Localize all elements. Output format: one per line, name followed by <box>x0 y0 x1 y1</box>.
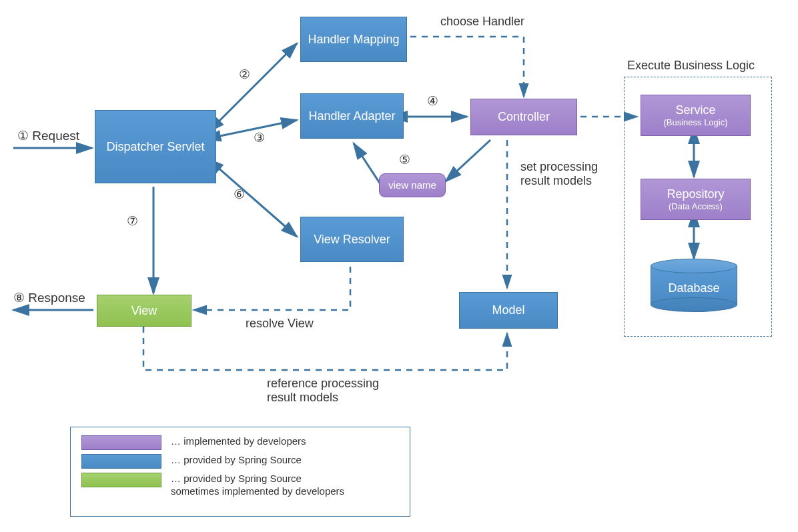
controller-label: Controller <box>498 109 550 125</box>
model-label: Model <box>492 303 524 318</box>
database-label: Database <box>651 281 737 295</box>
repository-label: Repository <box>667 187 724 202</box>
step-1: ① Request <box>17 128 79 143</box>
legend-row-purple: … implemented by developers <box>81 435 399 450</box>
handler-mapping-box: Handler Mapping <box>300 17 407 62</box>
dispatcher-servlet-box: Dispatcher Servlet <box>95 110 216 183</box>
legend-text-purple: … implemented by developers <box>171 435 306 448</box>
controller-box: Controller <box>470 99 577 135</box>
step-8: ⑧ Response <box>13 290 85 305</box>
set-models-label: set processing result models <box>520 160 598 188</box>
svg-line-1 <box>217 43 297 123</box>
ref-models-label: reference processing result models <box>267 377 379 405</box>
handler-adapter-box: Handler Adapter <box>300 93 404 139</box>
database-cylinder: Database <box>651 259 737 312</box>
view-box: View <box>97 295 191 327</box>
view-name-label: view name <box>388 179 436 192</box>
legend-swatch-green <box>81 473 161 487</box>
legend-row-blue: … provided by Spring Source <box>81 454 399 469</box>
service-box: Service (Business Logic) <box>641 95 751 136</box>
step-7: ⑦ <box>127 213 138 229</box>
view-resolver-box: View Resolver <box>300 217 404 262</box>
service-sublabel: (Business Logic) <box>663 117 727 128</box>
model-box: Model <box>459 292 558 329</box>
legend-text-blue: … provided by Spring Source <box>171 454 302 467</box>
svg-line-4 <box>446 140 490 181</box>
legend-swatch-blue <box>81 454 161 469</box>
repository-box: Repository (Data Access) <box>641 179 751 220</box>
view-name-box: view name <box>379 173 446 197</box>
step-4: ④ <box>427 93 438 109</box>
resolve-view-label: resolve View <box>246 317 314 331</box>
legend-text-green: … provided by Spring Source sometimes im… <box>171 473 344 498</box>
step-5: ⑤ <box>399 152 410 167</box>
exec-biz-label: Execute Business Logic <box>627 59 755 73</box>
step-6: ⑥ <box>234 187 245 202</box>
legend-row-green: … provided by Spring Source sometimes im… <box>81 473 399 498</box>
view-label: View <box>131 303 157 319</box>
handler-adapter-label: Handler Adapter <box>308 109 395 124</box>
choose-handler-label: choose Handler <box>440 15 524 29</box>
svg-line-6 <box>217 167 297 237</box>
legend-swatch-purple <box>81 435 161 450</box>
step-2: ② <box>239 67 250 82</box>
legend-box: … implemented by developers … provided b… <box>70 427 410 517</box>
svg-line-5 <box>354 143 380 184</box>
step-3: ③ <box>254 130 265 145</box>
service-label: Service <box>663 103 727 118</box>
view-resolver-label: View Resolver <box>314 232 390 247</box>
handler-mapping-label: Handler Mapping <box>308 32 399 47</box>
dispatcher-label: Dispatcher Servlet <box>106 139 204 155</box>
repository-sublabel: (Data Access) <box>667 201 724 212</box>
